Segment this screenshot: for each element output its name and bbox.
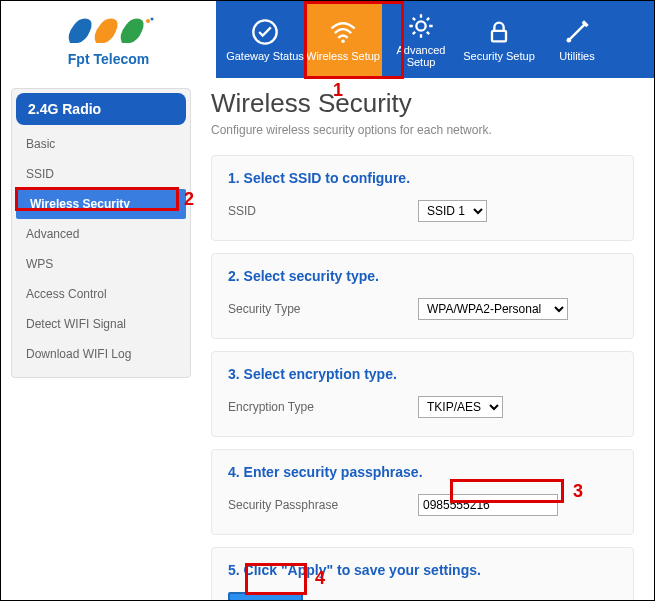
panel-encryption-type: 3. Select encryption type. Encryption Ty… [211,351,634,437]
panel-title: 5. Click "Apply" to save your settings. [228,562,617,578]
svg-point-6 [567,37,572,42]
encryption-type-select[interactable]: TKIP/AES [418,396,503,418]
field-label-encryption-type: Encryption Type [228,400,418,414]
gear-icon [407,12,435,40]
sidebar-item-wireless-security[interactable]: Wireless Security [16,189,186,219]
sidebar-item-basic[interactable]: Basic [12,129,190,159]
check-circle-icon [251,18,279,46]
wifi-icon [329,18,357,46]
sidebar: 2.4G Radio Basic SSID Wireless Security … [11,88,191,378]
tools-icon [563,18,591,46]
field-label-security-type: Security Type [228,302,418,316]
panel-title: 3. Select encryption type. [228,366,617,382]
nav-gateway-status[interactable]: Gateway Status [226,1,304,78]
panel-passphrase: 4. Enter security passphrase. Security P… [211,449,634,535]
apply-button[interactable]: Apply [228,592,303,601]
lock-icon [485,18,513,46]
ssid-select[interactable]: SSID 1 [418,200,487,222]
panel-title: 1. Select SSID to configure. [228,170,617,186]
panel-title: 2. Select security type. [228,268,617,284]
passphrase-input[interactable] [418,494,558,516]
security-type-select[interactable]: WPA/WPA2-Personal [418,298,568,320]
panel-security-type: 2. Select security type. Security Type W… [211,253,634,339]
sidebar-item-access-control[interactable]: Access Control [12,279,190,309]
fpt-logo-icon [64,13,154,49]
main-content: Wireless Security Configure wireless sec… [211,88,644,601]
nav-utilities[interactable]: Utilities [538,1,616,78]
nav-label: Gateway Status [226,50,304,62]
panel-title: 4. Enter security passphrase. [228,464,617,480]
brand-name: Fpt Telecom [68,51,149,67]
sidebar-section-head: 2.4G Radio [16,93,186,125]
panel-ssid: 1. Select SSID to configure. SSID SSID 1 [211,155,634,241]
nav-label: Utilities [559,50,594,62]
page-desc: Configure wireless security options for … [211,123,634,137]
sidebar-item-detect-wifi[interactable]: Detect WIFI Signal [12,309,190,339]
sidebar-item-wps[interactable]: WPS [12,249,190,279]
svg-point-0 [146,19,150,23]
nav-label: Security Setup [463,50,535,62]
nav-advanced-setup[interactable]: Advanced Setup [382,1,460,78]
nav-security-setup[interactable]: Security Setup [460,1,538,78]
panel-apply: 5. Click "Apply" to save your settings. … [211,547,634,601]
sidebar-item-ssid[interactable]: SSID [12,159,190,189]
nav-label: Advanced Setup [382,44,460,68]
brand-logo: Fpt Telecom [1,1,216,78]
sidebar-item-advanced[interactable]: Advanced [12,219,190,249]
top-navigation: Gateway Status Wireless Setup Advanced S… [216,1,654,78]
nav-wireless-setup[interactable]: Wireless Setup [304,1,382,78]
field-label-ssid: SSID [228,204,418,218]
sidebar-item-download-log[interactable]: Download WIFI Log [12,339,190,369]
page-title: Wireless Security [211,88,634,119]
svg-point-3 [341,39,345,43]
svg-point-4 [416,21,425,30]
field-label-passphrase: Security Passphrase [228,498,418,512]
nav-label: Wireless Setup [306,50,380,62]
svg-rect-5 [492,30,506,41]
svg-point-1 [150,17,153,20]
